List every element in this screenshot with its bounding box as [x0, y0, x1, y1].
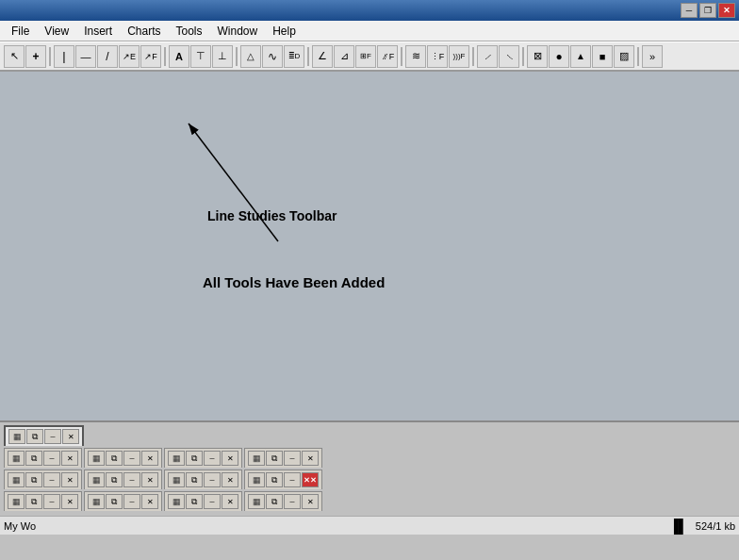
- tool-hatch[interactable]: [614, 45, 634, 68]
- window-tab-3-1[interactable]: [4, 469, 82, 489]
- menu-insert[interactable]: Insert: [76, 23, 120, 40]
- close-btn-4-2[interactable]: [141, 494, 158, 509]
- restore-btn-3-1[interactable]: [25, 472, 42, 487]
- window-tab-2-4[interactable]: [244, 448, 322, 468]
- close-btn-2-2[interactable]: [141, 451, 158, 466]
- tool-price-t[interactable]: [190, 45, 211, 68]
- tool-pointer[interactable]: [4, 45, 25, 68]
- tool-fib[interactable]: ≣D: [284, 45, 304, 68]
- tool-fan[interactable]: ⊞F: [355, 45, 376, 68]
- chart-btn-4-1[interactable]: [8, 494, 25, 509]
- chart-btn-4-2[interactable]: [88, 494, 105, 509]
- close-btn-3-3[interactable]: [222, 472, 238, 487]
- window-tab-1-1[interactable]: [4, 425, 84, 446]
- close-btn-3-4-red[interactable]: ✕: [302, 472, 319, 487]
- menu-view[interactable]: View: [37, 23, 76, 40]
- restore-btn-1-1[interactable]: [26, 429, 43, 444]
- chart-btn-2-4[interactable]: [248, 451, 265, 466]
- tool-parallel[interactable]: ⫽F: [377, 45, 398, 68]
- window-tab-4-1[interactable]: [4, 491, 82, 511]
- minimize-btn-4-2[interactable]: [123, 494, 140, 509]
- close-btn-4-1[interactable]: [61, 494, 78, 509]
- tool-speed[interactable]: [405, 45, 426, 68]
- minimize-button[interactable]: ─: [681, 3, 698, 18]
- window-tab-4-3[interactable]: [164, 491, 242, 511]
- minimize-btn-2-3[interactable]: [204, 451, 221, 466]
- minimize-btn-2-4[interactable]: [284, 451, 301, 466]
- window-tab-3-4[interactable]: ✕: [244, 469, 322, 489]
- chart-btn-2-3[interactable]: [168, 451, 185, 466]
- restore-btn-4-4[interactable]: [266, 494, 283, 509]
- tool-ray-e[interactable]: ↗E: [119, 45, 140, 68]
- chart-btn-4-3[interactable]: [168, 494, 185, 509]
- restore-btn-3-2[interactable]: [106, 472, 123, 487]
- restore-btn-4-1[interactable]: [25, 494, 42, 509]
- chart-btn-3-4[interactable]: [248, 472, 265, 487]
- tool-circle[interactable]: [549, 45, 569, 68]
- restore-btn-2-1[interactable]: [25, 451, 42, 466]
- tool-vline[interactable]: [54, 45, 74, 68]
- window-tab-2-2[interactable]: [84, 448, 162, 468]
- close-button[interactable]: ✕: [718, 3, 735, 18]
- minimize-btn-3-3[interactable]: [204, 472, 221, 487]
- menu-help[interactable]: Help: [265, 23, 304, 40]
- tool-sline2[interactable]: [499, 45, 519, 68]
- restore-btn-3-3[interactable]: [186, 472, 203, 487]
- tool-price-f[interactable]: [212, 45, 233, 68]
- tool-more[interactable]: [642, 45, 663, 68]
- restore-btn-2-4[interactable]: [266, 451, 283, 466]
- chart-btn-3-2[interactable]: [88, 472, 105, 487]
- window-tab-4-4[interactable]: [244, 491, 322, 511]
- chart-btn-2-2[interactable]: [88, 451, 105, 466]
- menu-file[interactable]: File: [4, 23, 37, 40]
- menu-charts[interactable]: Charts: [120, 23, 168, 40]
- tool-grid[interactable]: [527, 45, 548, 68]
- minimize-btn-3-1[interactable]: [43, 472, 60, 487]
- tool-cycle[interactable]: )))F: [449, 45, 469, 68]
- window-tab-4-2[interactable]: [84, 491, 162, 511]
- restore-btn-4-2[interactable]: [106, 494, 123, 509]
- close-btn-4-3[interactable]: [222, 494, 238, 509]
- tool-rect[interactable]: [592, 45, 613, 68]
- minimize-btn-3-2[interactable]: [123, 472, 140, 487]
- restore-btn-2-3[interactable]: [186, 451, 203, 466]
- restore-button[interactable]: ❐: [699, 3, 716, 18]
- tool-triangle[interactable]: [240, 45, 261, 68]
- minimize-btn-4-4[interactable]: [284, 494, 301, 509]
- close-btn-2-1[interactable]: [61, 451, 78, 466]
- restore-btn-4-3[interactable]: [186, 494, 203, 509]
- window-tab-3-2[interactable]: [84, 469, 162, 489]
- tool-angles2[interactable]: [334, 45, 354, 68]
- close-btn-4-4[interactable]: [302, 494, 319, 509]
- tool-ray-s[interactable]: ↗F: [140, 45, 161, 68]
- tool-hline[interactable]: [75, 45, 96, 68]
- close-btn-3-1[interactable]: [61, 472, 78, 487]
- tool-uptri[interactable]: [570, 45, 591, 68]
- window-tab-3-3[interactable]: [164, 469, 242, 489]
- close-btn-2-3[interactable]: [222, 451, 238, 466]
- tool-tline[interactable]: [97, 45, 118, 68]
- tool-bars[interactable]: ⋮F: [427, 45, 448, 68]
- minimize-btn-3-4[interactable]: [284, 472, 301, 487]
- tool-wave[interactable]: [262, 45, 283, 68]
- window-tab-2-1[interactable]: [4, 448, 82, 468]
- tool-angles[interactable]: [312, 45, 333, 68]
- chart-btn-1-1[interactable]: [8, 429, 25, 444]
- chart-btn-4-4[interactable]: [248, 494, 265, 509]
- tool-sline[interactable]: [477, 45, 498, 68]
- tool-crosshair[interactable]: [25, 45, 46, 68]
- minimize-btn-4-1[interactable]: [43, 494, 60, 509]
- menu-tools[interactable]: Tools: [169, 23, 210, 40]
- close-btn-3-2[interactable]: [141, 472, 158, 487]
- window-tab-2-3[interactable]: [164, 448, 242, 468]
- chart-btn-2-1[interactable]: [8, 451, 25, 466]
- minimize-btn-2-2[interactable]: [123, 451, 140, 466]
- chart-btn-3-1[interactable]: [8, 472, 25, 487]
- close-btn-1-1[interactable]: [62, 429, 79, 444]
- restore-btn-3-4[interactable]: [266, 472, 283, 487]
- close-btn-2-4[interactable]: [302, 451, 319, 466]
- tool-text[interactable]: [169, 45, 189, 68]
- restore-btn-2-2[interactable]: [106, 451, 123, 466]
- minimize-btn-1-1[interactable]: [44, 429, 61, 444]
- minimize-btn-2-1[interactable]: [43, 451, 60, 466]
